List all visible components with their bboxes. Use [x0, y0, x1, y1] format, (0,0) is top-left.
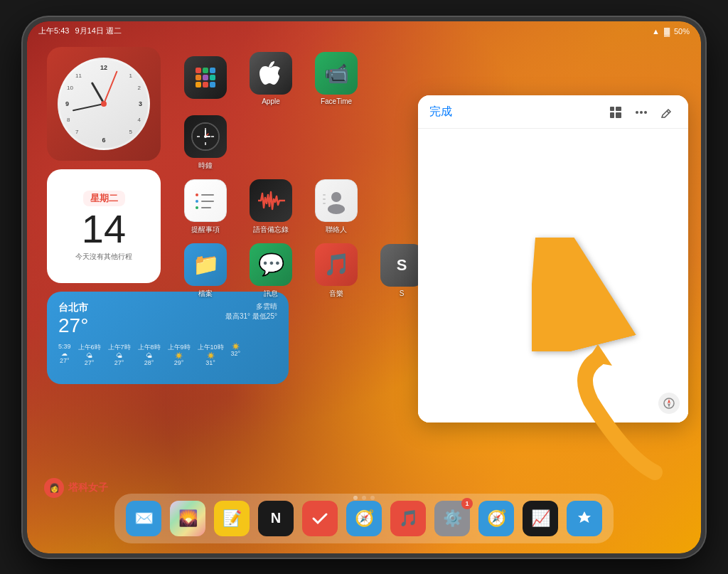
- settings-icon: ⚙️: [443, 509, 462, 528]
- volume-down-button[interactable]: [702, 156, 705, 185]
- app-messages[interactable]: 💬 訊息: [245, 239, 296, 303]
- more-button[interactable]: [631, 102, 651, 122]
- watermark-avatar: 👩: [44, 478, 64, 498]
- status-date: 9月14日 週二: [75, 26, 121, 36]
- contacts-icon-img: [315, 179, 358, 222]
- dock-notes[interactable]: 📝: [214, 501, 250, 536]
- more-icon: [635, 106, 648, 119]
- app-apple[interactable]: Apple: [245, 47, 296, 111]
- svg-point-37: [636, 111, 638, 114]
- app-placeholder2: [245, 111, 296, 175]
- forecast-temp: 28°: [138, 359, 161, 366]
- svg-rect-20: [201, 194, 214, 196]
- app-voice-memo-label: 語音備忘錄: [253, 225, 289, 235]
- forecast-icon: 🌤: [78, 352, 101, 359]
- clock-face: 12 3 6 9 1 11 2 5 7 10 8 4: [58, 58, 150, 150]
- app-voice-memo[interactable]: 語音備忘錄: [245, 175, 296, 239]
- dock-appstore[interactable]: [567, 501, 602, 536]
- files-icon-img: 📁: [184, 243, 227, 286]
- placeholder4-icon: [380, 122, 423, 164]
- dock-stocks[interactable]: 📈: [523, 501, 558, 536]
- reminders-icon-img: [184, 179, 227, 222]
- weather-temp: 27°: [58, 314, 88, 337]
- dock: ✉️ 🌄 📝 N 🧭 🎵 ⚙️: [114, 494, 614, 543]
- weather-forecast: 5:39 ☁ 27° 上午6時 🌤 27° 上午7時 🌤 27°: [58, 343, 277, 366]
- placeholder1-icon: [380, 58, 423, 100]
- dock-photos[interactable]: 🌄: [170, 501, 205, 536]
- calendar-widget[interactable]: 星期二 14 今天沒有其他行程: [47, 169, 161, 283]
- wifi-icon: ▲: [652, 27, 660, 36]
- svg-rect-23: [196, 206, 198, 209]
- watermark-emoji: 👩: [49, 483, 60, 493]
- forecast-icon: ☁: [58, 350, 71, 357]
- app-apple-label: Apple: [262, 97, 280, 105]
- svg-rect-35: [610, 112, 614, 118]
- clock-8: 8: [67, 117, 70, 123]
- svg-point-26: [328, 204, 345, 214]
- app-music-label: 音樂: [329, 289, 343, 299]
- app-placeholder3: [311, 111, 362, 175]
- volume-up-button[interactable]: [702, 121, 705, 149]
- svg-rect-0: [196, 68, 201, 73]
- app-launchpad[interactable]: [180, 47, 231, 111]
- app-contacts[interactable]: 聯絡人: [311, 175, 362, 239]
- clock-2: 2: [138, 85, 141, 91]
- app-reminders[interactable]: 提醒事項: [180, 175, 231, 239]
- dock-music[interactable]: 🎵: [390, 501, 426, 536]
- app-facetime[interactable]: 📹 FaceTime: [311, 47, 362, 111]
- forecast-item: 上午10時 ☀️ 31°: [198, 343, 224, 366]
- forecast-item: 上午9時 ☀️ 29°: [168, 343, 191, 366]
- dock-todoist[interactable]: [302, 501, 338, 536]
- forecast-icon: ☀️: [168, 352, 191, 359]
- clock-3: 3: [139, 100, 142, 107]
- app-files[interactable]: 📁 檔案: [180, 239, 231, 303]
- compass-icon: [663, 398, 675, 409]
- status-bar: 上午5:43 9月14日 週二 ▲ ▓ 50%: [27, 21, 701, 41]
- dock-safari[interactable]: 🧭: [346, 501, 382, 536]
- forecast-time: 5:39: [58, 343, 71, 350]
- svg-point-18: [204, 135, 207, 138]
- dock-settings[interactable]: ⚙️ 1: [434, 501, 470, 536]
- forecast-icon: 🌤: [108, 352, 131, 359]
- status-right: ▲ ▓ 50%: [652, 27, 690, 36]
- status-time: 上午5:43: [38, 26, 69, 36]
- dock-mail[interactable]: ✉️: [126, 501, 161, 536]
- dock-notion[interactable]: N: [258, 501, 294, 536]
- grid-view-button[interactable]: [606, 102, 626, 122]
- cal-event-text: 今天沒有其他行程: [75, 252, 132, 262]
- weather-widget[interactable]: 台北市 27° 多雲晴 最高31° 最低25° 5:39 ☁ 27°: [47, 292, 289, 384]
- app-placeholder6-label: S: [400, 289, 405, 297]
- grid-icon: [609, 106, 622, 119]
- forecast-temp: 31°: [198, 359, 224, 366]
- forecast-time: 上午7時: [108, 343, 131, 352]
- reminders-svg: [193, 188, 218, 213]
- placeholder3-icon: [315, 122, 358, 164]
- battery-icon: ▓: [664, 27, 670, 36]
- panel-icons-row: [606, 102, 677, 122]
- svg-rect-1: [203, 68, 208, 73]
- svg-rect-8: [210, 82, 215, 87]
- forecast-item: 上午8時 🌤 28°: [138, 343, 161, 366]
- arrow-svg: [532, 238, 646, 351]
- battery-percent: 50%: [674, 27, 690, 36]
- weather-desc: 多雲晴: [225, 302, 277, 312]
- placeholder6-icon: S: [380, 244, 423, 287]
- notes-icon: 📝: [223, 509, 242, 528]
- voice-memo-svg: [257, 188, 285, 213]
- multitask-panel[interactable]: 週二 14 完成: [418, 95, 688, 422]
- notes-nav-button[interactable]: [658, 393, 680, 414]
- edit-button[interactable]: [657, 102, 677, 122]
- app-reminders-label: 提醒事項: [191, 225, 220, 235]
- power-button[interactable]: [23, 135, 26, 174]
- clock-widget[interactable]: 12 3 6 9 1 11 2 5 7 10 8 4: [47, 47, 161, 161]
- mail-icon: ✉️: [134, 509, 154, 528]
- music-emoji: 🎵: [323, 252, 350, 277]
- app-music[interactable]: 🎵 音樂: [311, 239, 362, 303]
- dock-safari2[interactable]: 🧭: [478, 501, 514, 536]
- arrow-annotation: [532, 238, 646, 351]
- forecast-item: 上午7時 🌤 27°: [108, 343, 131, 366]
- watermark: 👩 塔科女子: [44, 478, 108, 498]
- notes-done-button[interactable]: 完成: [429, 105, 452, 119]
- app-clock[interactable]: 時鐘: [180, 111, 231, 175]
- safari-icon: 🧭: [355, 509, 374, 528]
